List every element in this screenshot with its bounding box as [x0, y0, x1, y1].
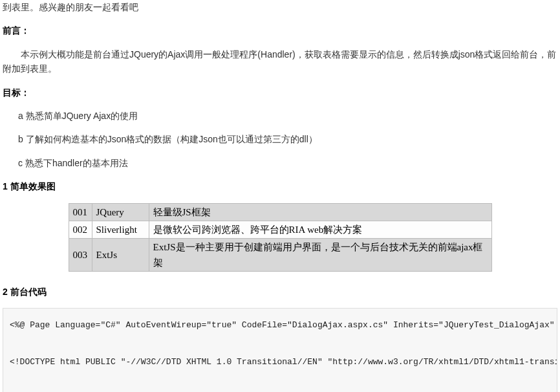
table-row: 001 JQuery 轻量级JS框架: [69, 203, 491, 221]
preface-body: 本示例大概功能是前台通过JQuery的Ajax调用一般处理程序(Handler)…: [3, 47, 557, 76]
cell-name: Sliverlight: [92, 221, 149, 238]
cell-id: 002: [69, 221, 92, 238]
top-line: 到表里。感兴趣的朋友一起看看吧: [3, 0, 557, 14]
section1-heading: 1 简单效果图: [3, 179, 557, 193]
code-block: <%@ Page Language="C#" AutoEventWireup="…: [3, 308, 557, 392]
code-line: <!DOCTYPE html PUBLIC "-//W3C//DTD XHTML…: [10, 357, 557, 367]
goal-c: c 熟悉下handler的基本用法: [3, 156, 557, 170]
cell-id: 003: [69, 238, 92, 271]
result-table: 001 JQuery 轻量级JS框架 002 Sliverlight 是微软公司…: [69, 203, 492, 272]
preface-heading: 前言：: [3, 23, 557, 38]
goal-heading: 目标：: [3, 85, 557, 100]
code-line: <%@ Page Language="C#" AutoEventWireup="…: [10, 320, 557, 330]
section2-heading: 2 前台代码: [3, 285, 557, 299]
cell-name: ExtJs: [92, 238, 149, 271]
cell-desc: 是微软公司跨浏览器、跨平台的RIA web解决方案: [149, 221, 491, 238]
cell-desc: 轻量级JS框架: [149, 203, 491, 221]
cell-desc: ExtJS是一种主要用于创建前端用户界面，是一个与后台技术无关的前端ajax框架: [149, 238, 491, 271]
cell-id: 001: [69, 203, 92, 221]
table-row: 003 ExtJs ExtJS是一种主要用于创建前端用户界面，是一个与后台技术无…: [69, 238, 491, 271]
table-row: 002 Sliverlight 是微软公司跨浏览器、跨平台的RIA web解决方…: [69, 221, 491, 238]
goal-b: b 了解如何构造基本的Json格式的数据（构建Json也可以通过第三方的dll）: [3, 132, 557, 146]
goal-a: a 熟悉简单JQuery Ajax的使用: [3, 109, 557, 123]
cell-name: JQuery: [92, 203, 149, 221]
